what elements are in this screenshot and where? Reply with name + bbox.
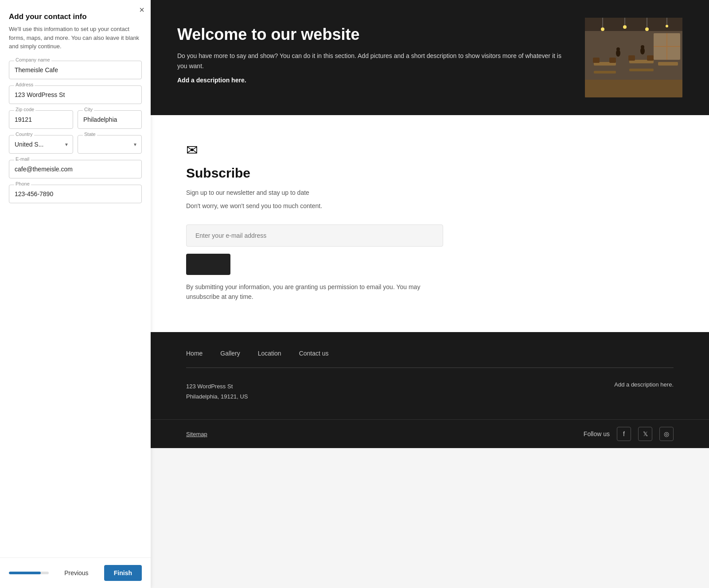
footer-divider <box>186 368 674 368</box>
state-select-wrapper <box>78 135 142 154</box>
subscribe-email-input[interactable] <box>186 224 443 247</box>
email-input[interactable] <box>9 160 142 178</box>
hero-section: Welcome to our website Do you have more … <box>151 0 709 115</box>
site-footer: Home Gallery Location Contact us 123 Wor… <box>151 332 709 420</box>
svg-point-9 <box>666 25 668 27</box>
progress-bar-fill <box>9 572 41 574</box>
email-input-wrap <box>186 224 674 247</box>
subscribe-button[interactable] <box>186 254 230 275</box>
svg-rect-12 <box>594 71 616 74</box>
company-name-input[interactable] <box>9 61 142 79</box>
panel-title: Add your contact info <box>9 12 142 21</box>
hero-text: Welcome to our website Do you have more … <box>177 25 567 89</box>
subscribe-heading: Subscribe <box>186 166 674 181</box>
state-select[interactable] <box>78 135 142 154</box>
zip-label: Zip code <box>14 107 35 112</box>
country-select-wrapper: United S... <box>9 135 73 154</box>
footer-nav: Home Gallery Location Contact us <box>186 350 674 357</box>
country-label: Country <box>14 132 34 137</box>
footer-nav-location[interactable]: Location <box>258 350 281 357</box>
svg-point-5 <box>623 25 627 29</box>
footer-nav-home[interactable]: Home <box>186 350 203 357</box>
country-select[interactable]: United S... <box>9 135 73 154</box>
hero-title: Welcome to our website <box>177 25 567 44</box>
mail-icon: ✉ <box>186 142 674 159</box>
city-group: City <box>78 110 142 129</box>
follow-us: Follow us f 𝕏 ◎ <box>584 427 674 441</box>
right-panel: Welcome to our website Do you have more … <box>151 0 709 588</box>
hero-image <box>585 18 682 97</box>
previous-button[interactable]: Previous <box>64 569 88 576</box>
hero-add-description: Add a description here. <box>177 75 567 85</box>
footer-nav-gallery[interactable]: Gallery <box>220 350 240 357</box>
address-input[interactable] <box>9 85 142 104</box>
svg-point-26 <box>616 47 620 51</box>
subscribe-section: ✉ Subscribe Sign up to our newsletter an… <box>151 115 709 332</box>
svg-rect-1 <box>585 18 682 31</box>
instagram-icon[interactable]: ◎ <box>659 427 674 441</box>
phone-group: Phone <box>9 185 142 203</box>
city-label: City <box>83 107 94 112</box>
svg-rect-17 <box>609 58 616 63</box>
subscribe-disclaimer: By submitting your information, you are … <box>186 282 434 302</box>
svg-rect-16 <box>593 58 600 63</box>
phone-input[interactable] <box>9 185 142 203</box>
state-label: State <box>83 132 97 137</box>
subscribe-note: Don't worry, we won't send you too much … <box>186 201 674 211</box>
close-button[interactable]: × <box>139 5 144 14</box>
follow-us-label: Follow us <box>584 430 610 437</box>
svg-rect-18 <box>628 55 635 61</box>
twitter-icon[interactable]: 𝕏 <box>638 427 652 441</box>
panel-footer: Previous Finish <box>0 557 151 588</box>
email-group: E-mail <box>9 160 142 178</box>
svg-rect-14 <box>629 69 654 71</box>
svg-rect-19 <box>647 55 654 61</box>
hero-description: Do you have more to say and show? You ca… <box>177 51 567 71</box>
finish-button[interactable]: Finish <box>104 565 142 581</box>
city-input[interactable] <box>78 110 142 129</box>
company-name-group: Company name <box>9 61 142 79</box>
phone-label: Phone <box>14 181 31 186</box>
left-panel: × Add your contact info We'll use this i… <box>0 0 151 588</box>
address-label: Address <box>14 82 35 87</box>
progress-bar <box>9 572 49 574</box>
email-label: E-mail <box>14 156 31 162</box>
footer-nav-contact[interactable]: Contact us <box>299 350 329 357</box>
address-group: Address <box>9 85 142 104</box>
subscribe-tagline: Sign up to our newsletter and stay up to… <box>186 188 674 197</box>
zip-input[interactable] <box>9 110 73 129</box>
svg-rect-10 <box>585 80 682 97</box>
svg-point-7 <box>645 27 649 31</box>
footer-sitemap-row: Sitemap Follow us f 𝕏 ◎ <box>151 419 709 448</box>
zip-group: Zip code <box>9 110 73 129</box>
panel-subtitle: We'll use this information to set up you… <box>9 25 142 51</box>
footer-description: Add a description here. <box>614 381 674 388</box>
country-group: Country United S... <box>9 135 73 154</box>
footer-bottom: 123 WordPress St Philadelphia, 19121, US… <box>186 381 674 420</box>
svg-point-24 <box>641 45 644 49</box>
facebook-icon[interactable]: f <box>617 427 631 441</box>
footer-address: 123 WordPress St Philadelphia, 19121, US <box>186 381 248 402</box>
svg-rect-15 <box>658 62 678 66</box>
sitemap-link[interactable]: Sitemap <box>186 431 207 437</box>
form-content: × Add your contact info We'll use this i… <box>0 0 151 557</box>
state-group: State <box>78 135 142 154</box>
svg-point-3 <box>601 27 604 31</box>
company-name-label: Company name <box>14 57 51 62</box>
